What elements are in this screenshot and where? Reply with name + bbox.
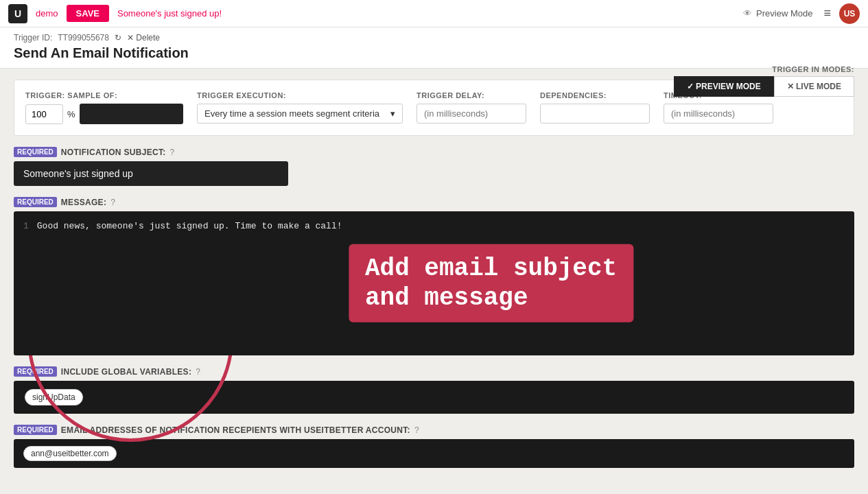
- execution-select[interactable]: Every time a session meets segment crite…: [197, 104, 403, 124]
- signup-data-tag[interactable]: signUpData: [25, 389, 83, 405]
- preview-mode-nav[interactable]: 👁 Preview Mode: [743, 8, 812, 19]
- trigger-id-label: Trigger ID:: [14, 33, 52, 43]
- subject-required-badge: Required: [14, 147, 57, 157]
- code-line-1: 1 Good news, someone's just signed up. T…: [23, 221, 845, 231]
- deps-section: DEPENDENCIES:: [540, 91, 650, 124]
- logo-button[interactable]: U: [8, 4, 27, 23]
- subject-field-label: NOTIFICATION SUBJECT:: [61, 148, 166, 157]
- page-title: Send An Email Notification: [14, 45, 854, 61]
- preview-mode-button[interactable]: ✓ PREVIEW MODE: [674, 76, 774, 97]
- delay-section: TRIGGER DELAY:: [417, 91, 526, 124]
- user-avatar[interactable]: US: [839, 3, 860, 24]
- global-vars-input[interactable]: signUpData: [14, 381, 854, 414]
- message-section: Required MESSAGE: ? 1 Good news, someone…: [14, 197, 854, 355]
- trigger-input-row: %: [25, 104, 183, 124]
- line-number-1: 1: [23, 221, 29, 231]
- global-vars-required-badge: Required: [14, 366, 57, 377]
- execution-section: TRIGGER EXECUTION: Every time a session …: [197, 91, 403, 124]
- message-code-editor[interactable]: 1 Good news, someone's just signed up. T…: [14, 211, 854, 355]
- demo-label[interactable]: demo: [36, 8, 58, 19]
- subject-help-icon[interactable]: ?: [170, 148, 175, 157]
- percent-input[interactable]: [25, 104, 63, 124]
- global-variables-section: Required INCLUDE GLOBAL VARIABLES: ? sig…: [14, 366, 854, 414]
- annotation-overlay: Add email subject and message: [349, 244, 633, 322]
- delay-input[interactable]: [417, 104, 526, 124]
- subject-label-row: Required NOTIFICATION SUBJECT: ?: [14, 147, 854, 157]
- timeout-input[interactable]: [664, 104, 773, 124]
- refresh-icon[interactable]: ↻: [115, 33, 121, 43]
- message-help-icon[interactable]: ?: [110, 198, 115, 207]
- deps-label: DEPENDENCIES:: [540, 91, 650, 99]
- top-navigation: U demo SAVE Someone's just signed up! 👁 …: [0, 0, 868, 27]
- annotation-box: Add email subject and message: [349, 244, 633, 322]
- delete-link[interactable]: ✕ Delete: [127, 33, 160, 43]
- annotation-line2: and message: [365, 283, 617, 313]
- trigger-id-value: TT999055678: [58, 33, 109, 43]
- delay-label: TRIGGER DELAY:: [417, 91, 526, 99]
- email-field-label: EMAIL ADDRESSES OF NOTIFICATION RECEPIEN…: [61, 425, 410, 435]
- save-button[interactable]: SAVE: [67, 5, 109, 22]
- message-label-row: Required MESSAGE: ?: [14, 197, 854, 207]
- global-vars-help-icon[interactable]: ?: [196, 367, 200, 377]
- global-vars-label-row: Required INCLUDE GLOBAL VARIABLES: ?: [14, 366, 854, 377]
- deps-input[interactable]: [540, 104, 650, 124]
- global-vars-field-label: INCLUDE GLOBAL VARIABLES:: [61, 367, 191, 377]
- hamburger-menu-icon[interactable]: ≡: [823, 6, 831, 21]
- percent-suffix: %: [67, 109, 75, 119]
- trigger-modes-bar: TRIGGER IN MODES: ✓ PREVIEW MODE ✕ LIVE …: [674, 65, 854, 97]
- email-recipients-section: Required EMAIL ADDRESSES OF NOTIFICATION…: [14, 425, 854, 468]
- email-required-badge: Required: [14, 425, 57, 435]
- preview-mode-label: Preview Mode: [756, 8, 812, 19]
- email-label-row: Required EMAIL ADDRESSES OF NOTIFICATION…: [14, 425, 854, 435]
- modes-buttons: ✓ PREVIEW MODE ✕ LIVE MODE: [674, 76, 854, 97]
- message-field-label: MESSAGE:: [61, 198, 106, 207]
- eye-icon: 👁: [743, 8, 752, 19]
- email-tag[interactable]: ann@useitbetter.com: [23, 446, 117, 461]
- live-mode-button[interactable]: ✕ LIVE MODE: [774, 76, 854, 97]
- code-content-1: Good news, someone's just signed up. Tim…: [37, 221, 342, 231]
- message-required-badge: Required: [14, 197, 57, 207]
- sample-dark-input[interactable]: [80, 104, 183, 124]
- execution-value: Every time a session meets segment crite…: [204, 108, 379, 119]
- trigger-id-row: Trigger ID: TT999055678 ↻ ✕ Delete: [14, 33, 854, 43]
- trigger-title-nav: Someone's just signed up!: [117, 8, 222, 19]
- main-content: TRIGGER: SAMPLE OF: % TRIGGER EXECUTION:…: [0, 69, 868, 490]
- content-wrapper: Required NOTIFICATION SUBJECT: ? Require…: [14, 147, 854, 468]
- trigger-in-modes-label: TRIGGER IN MODES:: [772, 65, 854, 73]
- chevron-down-icon: ▾: [390, 108, 395, 119]
- trigger-sample-section: TRIGGER: SAMPLE OF: %: [25, 91, 183, 124]
- trigger-sample-label: TRIGGER: SAMPLE OF:: [25, 91, 183, 99]
- email-help-icon[interactable]: ?: [414, 425, 419, 435]
- subject-input[interactable]: [14, 161, 288, 186]
- email-recipients-input[interactable]: ann@useitbetter.com: [14, 439, 854, 468]
- annotation-line1: Add email subject: [365, 254, 617, 283]
- subheader: Trigger ID: TT999055678 ↻ ✕ Delete Send …: [0, 27, 868, 69]
- execution-label: TRIGGER EXECUTION:: [197, 91, 403, 99]
- notification-subject-section: Required NOTIFICATION SUBJECT: ?: [14, 147, 854, 186]
